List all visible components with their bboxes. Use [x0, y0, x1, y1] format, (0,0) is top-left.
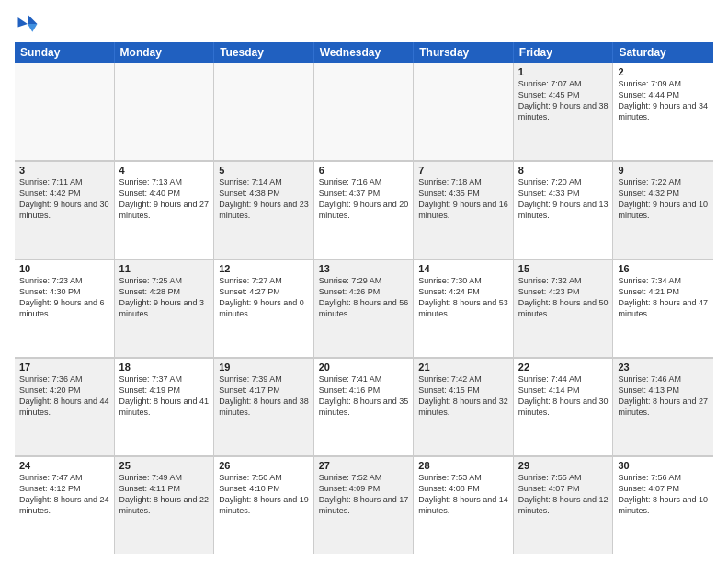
calendar-cell: 4Sunrise: 7:13 AM Sunset: 4:40 PM Daylig…	[115, 161, 215, 259]
logo-icon	[15, 11, 40, 37]
svg-marker-0	[28, 15, 38, 25]
day-number: 4	[119, 165, 210, 176]
day-number: 15	[518, 263, 609, 274]
day-number: 17	[19, 362, 109, 373]
day-info: Sunrise: 7:07 AM Sunset: 4:45 PM Dayligh…	[518, 78, 609, 123]
calendar-cell: 16Sunrise: 7:34 AM Sunset: 4:21 PM Dayli…	[613, 259, 713, 357]
day-number: 24	[19, 460, 109, 471]
day-info: Sunrise: 7:22 AM Sunset: 4:32 PM Dayligh…	[618, 177, 709, 222]
calendar-cell	[115, 63, 215, 160]
day-info: Sunrise: 7:13 AM Sunset: 4:40 PM Dayligh…	[119, 177, 210, 222]
day-number: 6	[319, 165, 409, 176]
calendar-cell	[214, 63, 314, 160]
calendar-cell: 3Sunrise: 7:11 AM Sunset: 4:42 PM Daylig…	[15, 161, 115, 259]
calendar-cell: 5Sunrise: 7:14 AM Sunset: 4:38 PM Daylig…	[214, 161, 314, 259]
day-info: Sunrise: 7:25 AM Sunset: 4:28 PM Dayligh…	[119, 275, 210, 320]
day-info: Sunrise: 7:20 AM Sunset: 4:33 PM Dayligh…	[518, 177, 609, 222]
calendar-row-4: 24Sunrise: 7:47 AM Sunset: 4:12 PM Dayli…	[15, 456, 713, 554]
day-info: Sunrise: 7:36 AM Sunset: 4:20 PM Dayligh…	[19, 373, 109, 419]
calendar-cell: 2Sunrise: 7:09 AM Sunset: 4:44 PM Daylig…	[613, 63, 713, 160]
calendar-cell: 23Sunrise: 7:46 AM Sunset: 4:13 PM Dayli…	[613, 358, 713, 455]
day-number: 23	[618, 362, 709, 373]
calendar: SundayMondayTuesdayWednesdayThursdayFrid…	[15, 42, 713, 554]
day-info: Sunrise: 7:39 AM Sunset: 4:17 PM Dayligh…	[219, 373, 309, 419]
day-info: Sunrise: 7:46 AM Sunset: 4:13 PM Dayligh…	[618, 373, 709, 419]
day-number: 25	[119, 460, 210, 471]
day-info: Sunrise: 7:14 AM Sunset: 4:38 PM Dayligh…	[219, 177, 309, 222]
calendar-cell: 27Sunrise: 7:52 AM Sunset: 4:09 PM Dayli…	[314, 456, 415, 554]
calendar-row-3: 17Sunrise: 7:36 AM Sunset: 4:20 PM Dayli…	[15, 358, 713, 456]
day-info: Sunrise: 7:50 AM Sunset: 4:10 PM Dayligh…	[219, 472, 309, 517]
day-number: 16	[618, 263, 709, 274]
day-number: 30	[618, 460, 709, 471]
day-number: 3	[19, 165, 109, 176]
svg-marker-2	[18, 17, 28, 28]
calendar-cell: 1Sunrise: 7:07 AM Sunset: 4:45 PM Daylig…	[514, 63, 614, 160]
day-info: Sunrise: 7:09 AM Sunset: 4:44 PM Dayligh…	[618, 78, 709, 123]
calendar-body: 1Sunrise: 7:07 AM Sunset: 4:45 PM Daylig…	[15, 63, 713, 554]
day-info: Sunrise: 7:47 AM Sunset: 4:12 PM Dayligh…	[19, 472, 109, 517]
calendar-cell: 25Sunrise: 7:49 AM Sunset: 4:11 PM Dayli…	[115, 456, 215, 554]
day-number: 22	[518, 362, 609, 373]
calendar-cell: 15Sunrise: 7:32 AM Sunset: 4:23 PM Dayli…	[514, 259, 614, 357]
page: SundayMondayTuesdayWednesdayThursdayFrid…	[0, 0, 728, 563]
calendar-cell	[414, 63, 514, 160]
header-cell-thursday: Thursday	[414, 42, 514, 63]
calendar-row-0: 1Sunrise: 7:07 AM Sunset: 4:45 PM Daylig…	[15, 63, 713, 161]
day-info: Sunrise: 7:42 AM Sunset: 4:15 PM Dayligh…	[418, 373, 508, 419]
calendar-cell: 20Sunrise: 7:41 AM Sunset: 4:16 PM Dayli…	[314, 358, 415, 455]
day-number: 8	[518, 165, 609, 176]
day-info: Sunrise: 7:27 AM Sunset: 4:27 PM Dayligh…	[219, 275, 309, 320]
header-cell-saturday: Saturday	[613, 42, 713, 63]
day-info: Sunrise: 7:18 AM Sunset: 4:35 PM Dayligh…	[418, 177, 508, 222]
day-number: 12	[219, 263, 309, 274]
day-info: Sunrise: 7:37 AM Sunset: 4:19 PM Dayligh…	[119, 373, 210, 419]
day-number: 29	[518, 460, 609, 471]
day-number: 18	[119, 362, 210, 373]
day-number: 9	[618, 165, 709, 176]
calendar-cell: 17Sunrise: 7:36 AM Sunset: 4:20 PM Dayli…	[15, 358, 115, 455]
calendar-cell: 6Sunrise: 7:16 AM Sunset: 4:37 PM Daylig…	[314, 161, 415, 259]
day-number: 14	[418, 263, 508, 274]
day-info: Sunrise: 7:44 AM Sunset: 4:14 PM Dayligh…	[518, 373, 609, 419]
calendar-cell: 29Sunrise: 7:55 AM Sunset: 4:07 PM Dayli…	[514, 456, 614, 554]
day-number: 27	[319, 460, 409, 471]
calendar-cell	[314, 63, 415, 160]
day-info: Sunrise: 7:34 AM Sunset: 4:21 PM Dayligh…	[618, 275, 709, 320]
svg-marker-1	[28, 24, 38, 32]
day-info: Sunrise: 7:32 AM Sunset: 4:23 PM Dayligh…	[518, 275, 609, 320]
day-info: Sunrise: 7:30 AM Sunset: 4:24 PM Dayligh…	[418, 275, 508, 320]
calendar-header: SundayMondayTuesdayWednesdayThursdayFrid…	[15, 42, 713, 63]
calendar-cell: 19Sunrise: 7:39 AM Sunset: 4:17 PM Dayli…	[214, 358, 314, 455]
day-number: 21	[418, 362, 508, 373]
day-number: 1	[518, 66, 609, 77]
day-number: 10	[19, 263, 109, 274]
day-number: 5	[219, 165, 309, 176]
day-info: Sunrise: 7:11 AM Sunset: 4:42 PM Dayligh…	[19, 177, 109, 222]
logo	[15, 11, 44, 37]
day-info: Sunrise: 7:52 AM Sunset: 4:09 PM Dayligh…	[319, 472, 409, 517]
day-number: 19	[219, 362, 309, 373]
header-cell-wednesday: Wednesday	[314, 42, 415, 63]
calendar-cell: 14Sunrise: 7:30 AM Sunset: 4:24 PM Dayli…	[414, 259, 514, 357]
calendar-row-1: 3Sunrise: 7:11 AM Sunset: 4:42 PM Daylig…	[15, 161, 713, 259]
calendar-cell: 7Sunrise: 7:18 AM Sunset: 4:35 PM Daylig…	[414, 161, 514, 259]
day-info: Sunrise: 7:53 AM Sunset: 4:08 PM Dayligh…	[418, 472, 508, 517]
header	[15, 11, 713, 37]
calendar-cell: 12Sunrise: 7:27 AM Sunset: 4:27 PM Dayli…	[214, 259, 314, 357]
calendar-cell: 24Sunrise: 7:47 AM Sunset: 4:12 PM Dayli…	[15, 456, 115, 554]
day-number: 28	[418, 460, 508, 471]
day-info: Sunrise: 7:29 AM Sunset: 4:26 PM Dayligh…	[319, 275, 409, 320]
calendar-cell	[15, 63, 115, 160]
day-info: Sunrise: 7:55 AM Sunset: 4:07 PM Dayligh…	[518, 472, 609, 517]
calendar-cell: 11Sunrise: 7:25 AM Sunset: 4:28 PM Dayli…	[115, 259, 215, 357]
calendar-cell: 10Sunrise: 7:23 AM Sunset: 4:30 PM Dayli…	[15, 259, 115, 357]
calendar-cell: 13Sunrise: 7:29 AM Sunset: 4:26 PM Dayli…	[314, 259, 415, 357]
header-cell-monday: Monday	[115, 42, 215, 63]
calendar-cell: 9Sunrise: 7:22 AM Sunset: 4:32 PM Daylig…	[613, 161, 713, 259]
calendar-cell: 22Sunrise: 7:44 AM Sunset: 4:14 PM Dayli…	[514, 358, 614, 455]
calendar-cell: 8Sunrise: 7:20 AM Sunset: 4:33 PM Daylig…	[514, 161, 614, 259]
day-info: Sunrise: 7:16 AM Sunset: 4:37 PM Dayligh…	[319, 177, 409, 222]
calendar-cell: 30Sunrise: 7:56 AM Sunset: 4:07 PM Dayli…	[613, 456, 713, 554]
day-number: 11	[119, 263, 210, 274]
